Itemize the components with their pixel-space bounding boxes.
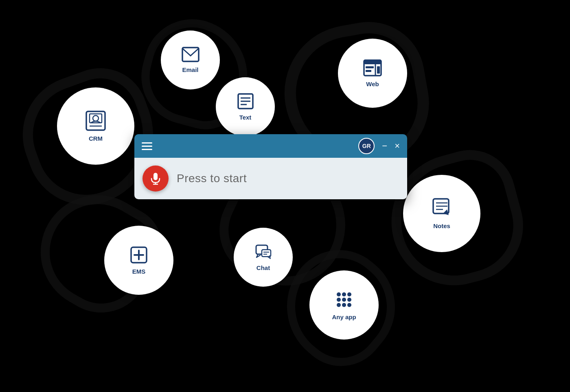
crm-icon xyxy=(86,111,106,133)
hamburger-line-1 xyxy=(142,142,152,144)
widget: GR − × Press to start xyxy=(134,134,407,199)
svg-point-33 xyxy=(337,303,341,307)
scene: Email Text Web xyxy=(0,0,570,392)
web-icon xyxy=(363,59,382,79)
user-avatar[interactable]: GR xyxy=(358,138,375,154)
header-right: GR − × xyxy=(358,138,400,154)
svg-point-30 xyxy=(337,298,341,302)
bubble-notes[interactable]: Notes xyxy=(403,175,480,252)
bubble-ems[interactable]: EMS xyxy=(104,226,173,295)
mic-button[interactable] xyxy=(142,166,169,192)
hamburger-line-2 xyxy=(142,146,152,147)
chat-icon xyxy=(255,243,272,263)
bubble-any-app[interactable]: Any app xyxy=(309,270,379,340)
svg-point-29 xyxy=(347,292,351,296)
svg-point-14 xyxy=(93,115,99,121)
notes-label: Notes xyxy=(433,222,450,229)
close-button[interactable]: × xyxy=(395,142,400,150)
bubble-text[interactable]: Text xyxy=(216,77,275,136)
any-app-label: Any app xyxy=(332,314,356,320)
svg-point-27 xyxy=(337,292,341,296)
any-app-icon xyxy=(334,290,354,312)
widget-header: GR − × xyxy=(134,134,407,158)
svg-rect-6 xyxy=(364,60,381,64)
ems-label: EMS xyxy=(132,268,146,275)
ems-icon xyxy=(130,246,148,266)
bubble-crm[interactable]: CRM xyxy=(57,87,134,165)
mic-icon xyxy=(149,172,162,185)
svg-point-28 xyxy=(342,292,346,296)
svg-point-31 xyxy=(342,298,346,302)
svg-point-34 xyxy=(342,303,346,307)
notes-icon xyxy=(432,198,452,221)
email-label: Email xyxy=(182,66,198,73)
chat-label: Chat xyxy=(256,264,270,271)
hamburger-line-3 xyxy=(142,149,152,150)
svg-point-35 xyxy=(347,303,351,307)
svg-rect-10 xyxy=(366,70,371,72)
text-icon xyxy=(237,93,254,112)
email-icon xyxy=(182,47,200,65)
svg-point-32 xyxy=(347,298,351,302)
web-label: Web xyxy=(366,81,379,87)
text-label: Text xyxy=(239,114,252,121)
svg-rect-36 xyxy=(153,173,158,180)
svg-rect-11 xyxy=(377,66,380,74)
bubble-email[interactable]: Email xyxy=(161,30,220,89)
bubble-web[interactable]: Web xyxy=(338,39,407,108)
widget-body: Press to start xyxy=(134,158,407,199)
press-to-start-label: Press to start xyxy=(177,172,247,185)
svg-rect-9 xyxy=(366,66,374,68)
crm-label: CRM xyxy=(89,135,103,142)
hamburger-menu[interactable] xyxy=(142,142,152,150)
svg-rect-0 xyxy=(182,48,199,61)
bubble-chat[interactable]: Chat xyxy=(234,228,293,287)
minimize-button[interactable]: − xyxy=(382,142,387,150)
